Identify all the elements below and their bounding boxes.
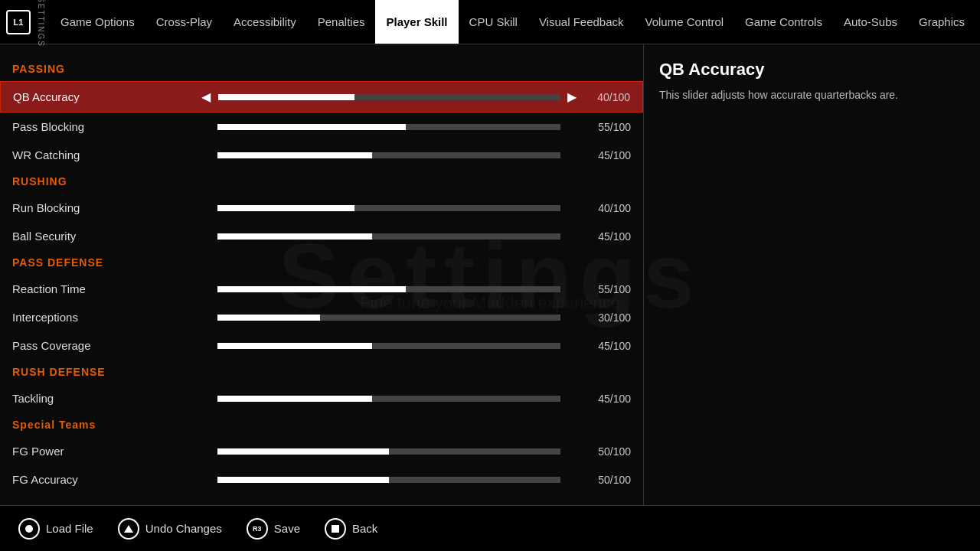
back-label: Back xyxy=(352,522,377,535)
slider-row-run-blocking[interactable]: Run Blocking40/100 xyxy=(0,194,643,222)
load-file-icon xyxy=(18,518,40,540)
nav-tab-graphics[interactable]: Graphics xyxy=(908,0,975,44)
bottom-actions-container: Load FileUndo ChangesR3SaveBack xyxy=(18,518,962,540)
nav-tab-player-skill[interactable]: Player Skill xyxy=(375,0,458,44)
section-header-rush-defense: RUSH DEFENSE xyxy=(0,360,643,384)
back-icon-inner xyxy=(332,525,339,533)
slider-track-container-wr-catching xyxy=(217,152,560,158)
slider-fill-interceptions xyxy=(217,315,320,321)
slider-fill-wr-catching xyxy=(217,152,372,158)
slider-label-pass-blocking: Pass Blocking xyxy=(12,120,196,133)
slider-track-container-pass-coverage xyxy=(217,343,560,349)
slider-label-wr-catching: WR Catching xyxy=(12,148,196,161)
section-passing: PASSINGQB Accuracy◀▶40/100Pass Blocking5… xyxy=(0,57,643,169)
slider-value-run-blocking: 40/100 xyxy=(582,202,631,214)
top-navigation: L1 SETTINGS Game OptionsCross-PlayAccess… xyxy=(0,0,980,44)
main-content: PASSINGQB Accuracy◀▶40/100Pass Blocking5… xyxy=(0,44,980,505)
slider-label-tackling: Tackling xyxy=(12,392,196,405)
slider-value-tackling: 45/100 xyxy=(582,393,631,405)
slider-label-interceptions: Interceptions xyxy=(12,311,196,324)
settings-label: SETTINGS xyxy=(37,0,45,47)
slider-label-qb-accuracy: QB Accuracy xyxy=(13,90,197,103)
slider-fill-pass-coverage xyxy=(217,343,372,349)
slider-row-pass-blocking[interactable]: Pass Blocking55/100 xyxy=(0,112,643,141)
section-header-special-teams: Special Teams xyxy=(0,412,643,437)
slider-track-reaction-time[interactable] xyxy=(217,286,560,292)
slider-label-ball-security: Ball Security xyxy=(12,230,196,243)
back-button[interactable]: Back xyxy=(325,518,377,540)
slider-arrow-right-qb-accuracy[interactable]: ▶ xyxy=(563,90,581,104)
slider-track-container-fg-accuracy xyxy=(217,477,560,483)
slider-value-wr-catching: 45/100 xyxy=(582,149,631,161)
slider-track-run-blocking[interactable] xyxy=(217,205,560,211)
slider-row-wr-catching[interactable]: WR Catching45/100 xyxy=(0,141,643,169)
slider-value-pass-blocking: 55/100 xyxy=(582,121,631,133)
slider-label-fg-power: FG Power xyxy=(12,445,196,458)
slider-fill-run-blocking xyxy=(217,205,354,211)
nav-tab-game-controls[interactable]: Game Controls xyxy=(734,0,833,44)
undo-changes-button[interactable]: Undo Changes xyxy=(118,518,222,540)
nav-tab-cpu-skill[interactable]: CPU Skill xyxy=(459,0,528,44)
slider-value-pass-coverage: 45/100 xyxy=(582,340,631,352)
slider-value-fg-power: 50/100 xyxy=(582,445,631,458)
section-rush-defense: RUSH DEFENSETackling45/100 xyxy=(0,360,643,412)
slider-row-ball-security[interactable]: Ball Security45/100 xyxy=(0,222,643,250)
slider-track-qb-accuracy[interactable] xyxy=(218,94,560,100)
nav-tab-cross-play[interactable]: Cross-Play xyxy=(145,0,223,44)
nav-tab-visual-feedback[interactable]: Visual Feedback xyxy=(528,0,635,44)
slider-row-reaction-time[interactable]: Reaction Time55/100 xyxy=(0,275,643,303)
slider-track-container-ball-security xyxy=(217,233,560,240)
bottom-bar: Load FileUndo ChangesR3SaveBack xyxy=(0,505,980,551)
undo-changes-label: Undo Changes xyxy=(145,522,222,535)
section-pass-defense: PASS DEFENSEReaction Time55/100Intercept… xyxy=(0,250,643,360)
save-label: Save xyxy=(274,522,300,535)
slider-row-tackling[interactable]: Tackling45/100 xyxy=(0,384,643,412)
section-rushing: RUSHINGRun Blocking40/100Ball Security45… xyxy=(0,169,643,250)
left-panel: PASSINGQB Accuracy◀▶40/100Pass Blocking5… xyxy=(0,44,643,505)
save-button[interactable]: R3Save xyxy=(247,518,300,540)
slider-track-interceptions[interactable] xyxy=(217,315,560,321)
save-icon: R3 xyxy=(247,518,268,540)
nav-tab-accessibility[interactable]: Accessibility xyxy=(223,0,307,44)
sections-container: PASSINGQB Accuracy◀▶40/100Pass Blocking5… xyxy=(0,57,643,494)
slider-label-fg-accuracy: FG Accuracy xyxy=(12,473,196,486)
slider-label-run-blocking: Run Blocking xyxy=(12,201,196,214)
load-file-label: Load File xyxy=(46,522,93,535)
nav-tab-penalties[interactable]: Penalties xyxy=(307,0,376,44)
slider-row-fg-power[interactable]: FG Power50/100 xyxy=(0,437,643,465)
undo-changes-icon xyxy=(118,518,139,540)
section-header-pass-defense: PASS DEFENSE xyxy=(0,250,643,275)
slider-fill-fg-accuracy xyxy=(217,477,389,483)
slider-track-container-reaction-time xyxy=(217,286,560,292)
slider-label-reaction-time: Reaction Time xyxy=(12,282,196,295)
slider-arrow-left-qb-accuracy[interactable]: ◀ xyxy=(197,90,215,104)
nav-tab-volume-control[interactable]: Volume Control xyxy=(635,0,735,44)
slider-row-qb-accuracy[interactable]: QB Accuracy◀▶40/100 xyxy=(0,81,643,112)
left-badge: L1 xyxy=(6,10,31,34)
slider-value-fg-accuracy: 50/100 xyxy=(582,474,631,486)
slider-fill-qb-accuracy xyxy=(218,94,354,100)
slider-track-fg-power[interactable] xyxy=(217,448,560,455)
undo-changes-icon-inner xyxy=(124,525,133,533)
slider-track-tackling[interactable] xyxy=(217,396,560,402)
section-special-teams: Special TeamsFG Power50/100FG Accuracy50… xyxy=(0,412,643,494)
right-panel: QB Accuracy This slider adjusts how accu… xyxy=(644,44,980,505)
save-icon-inner: R3 xyxy=(253,525,262,533)
slider-row-pass-coverage[interactable]: Pass Coverage45/100 xyxy=(0,331,643,360)
slider-row-fg-accuracy[interactable]: FG Accuracy50/100 xyxy=(0,465,643,494)
section-header-rushing: RUSHING xyxy=(0,169,643,194)
slider-fill-tackling xyxy=(217,396,372,402)
slider-track-pass-blocking[interactable] xyxy=(217,124,560,130)
slider-track-pass-coverage[interactable] xyxy=(217,343,560,349)
slider-track-wr-catching[interactable] xyxy=(217,152,560,158)
load-file-button[interactable]: Load File xyxy=(18,518,93,540)
slider-fill-ball-security xyxy=(217,233,372,240)
nav-tabs: Game OptionsCross-PlayAccessibilityPenal… xyxy=(50,0,975,44)
slider-track-ball-security[interactable] xyxy=(217,233,560,240)
nav-tab-game-options[interactable]: Game Options xyxy=(50,0,145,44)
info-title: QB Accuracy xyxy=(659,60,965,80)
nav-tab-auto-subs[interactable]: Auto-Subs xyxy=(833,0,908,44)
slider-track-fg-accuracy[interactable] xyxy=(217,477,560,483)
slider-row-interceptions[interactable]: Interceptions30/100 xyxy=(0,303,643,331)
slider-track-container-run-blocking xyxy=(217,205,560,211)
